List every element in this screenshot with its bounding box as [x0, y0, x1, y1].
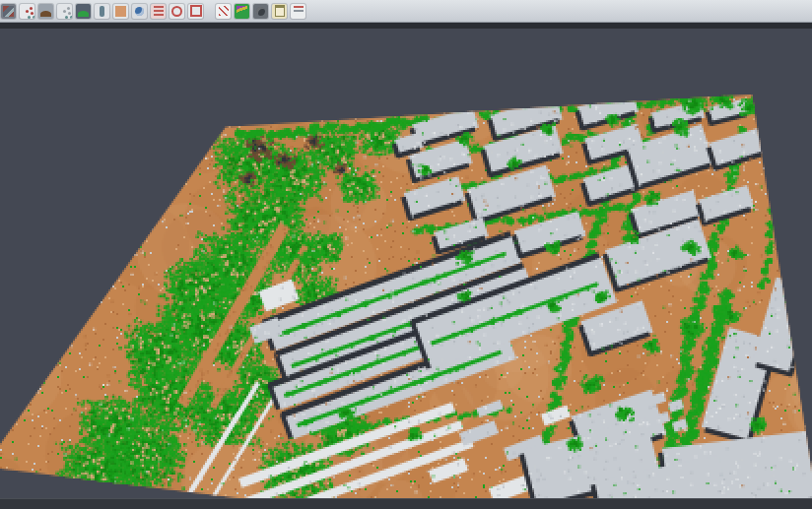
toolbar — [0, 0, 812, 23]
window-bottom-border — [0, 498, 812, 509]
report-icon[interactable] — [272, 4, 287, 19]
classes-icon[interactable] — [151, 4, 166, 19]
export-icon[interactable] — [291, 4, 305, 19]
application-window: { "window": { "toolbar": { "separator_af… — [0, 0, 812, 509]
region-resize-icon[interactable] — [188, 4, 203, 19]
classification-colors-icon[interactable] — [235, 4, 249, 19]
point-cloud-icon[interactable] — [57, 4, 72, 19]
window-top-border — [0, 23, 812, 29]
toolbar-separator — [207, 2, 212, 20]
terrain-model-icon[interactable] — [38, 4, 53, 19]
region-circle-icon[interactable] — [169, 4, 184, 19]
dem-icon[interactable] — [76, 4, 91, 19]
project-icon[interactable] — [1, 4, 16, 19]
align-points-icon[interactable] — [20, 4, 34, 19]
profile-icon[interactable] — [95, 4, 109, 19]
filter-icon[interactable] — [216, 4, 231, 19]
orthomosaic-icon[interactable] — [113, 4, 128, 19]
update-icon[interactable] — [132, 4, 147, 19]
dense-cloud-icon[interactable] — [253, 4, 268, 19]
point-cloud-3d-viewport[interactable] — [0, 0, 812, 509]
